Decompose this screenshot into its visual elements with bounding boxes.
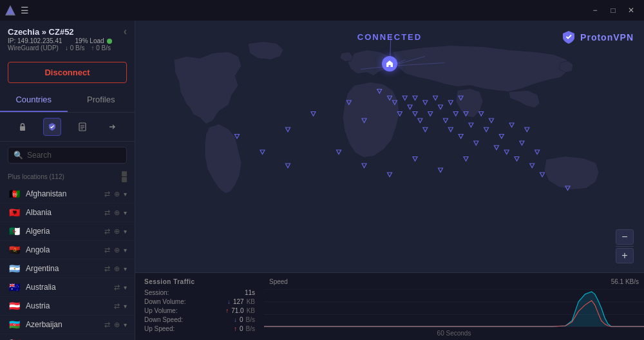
protocol-label: WireGuard (UDP) (8, 44, 59, 52)
svg-marker-59 (464, 157, 468, 162)
svg-marker-36 (479, 112, 484, 117)
zoom-controls: − + (616, 229, 634, 263)
tab-profiles[interactable]: Profiles (68, 88, 135, 112)
country-item[interactable]: 🇧🇭 Bahrain ⇄ ⊕ ▾ (0, 334, 135, 340)
session-time-row: Session: 11s (144, 289, 255, 296)
country-item[interactable]: 🇩🇿 Algeria ⇄ ⊕ ▾ (0, 222, 135, 241)
collapse-arrow-icon[interactable]: ‹ (124, 26, 127, 37)
country-flag-icon: 🇦🇫 (8, 189, 21, 198)
svg-marker-19 (413, 112, 417, 117)
svg-marker-24 (428, 112, 433, 117)
svg-marker-26 (439, 105, 443, 109)
session-time-value: 11s (245, 289, 255, 296)
country-name: Austria (26, 301, 114, 310)
country-item[interactable]: 🇦🇿 Azerbaijan ⇄ ⊕ ▾ (0, 316, 135, 334)
filter-lock-icon[interactable] (14, 118, 32, 136)
connection-point (382, 56, 397, 71)
ip-address: IP: 149.102.235.41 (8, 37, 62, 44)
filter-icons (0, 113, 135, 142)
expand-icon[interactable]: ▾ (124, 321, 127, 328)
country-item[interactable]: 🇦🇹 Austria ⇄ ▾ (0, 297, 135, 316)
connect-icon[interactable]: ⇄ (104, 209, 110, 217)
search-input[interactable] (27, 151, 121, 160)
svg-marker-56 (388, 173, 392, 177)
speed-max-value: 56.1 KB/s (611, 278, 639, 285)
globe-icon[interactable]: ⊕ (114, 227, 120, 236)
main-layout: Czechia » CZ#52 ‹ IP: 149.102.235.41 19%… (0, 21, 644, 340)
globe-icon[interactable]: ⊕ (114, 209, 120, 217)
country-name: Argentina (26, 264, 104, 273)
country-actions: ⇄ ⊕ ▾ (104, 265, 127, 273)
country-name: Azerbaijan (26, 320, 104, 329)
country-item[interactable]: 🇦🇺 Australia ⇄ ▾ (0, 278, 135, 297)
speed-graph-svg (264, 289, 644, 327)
filter-shield-icon[interactable] (43, 118, 61, 136)
connect-icon[interactable]: ⇄ (104, 190, 110, 198)
country-name: Albania (26, 208, 104, 217)
search-icon: 🔍 (14, 151, 23, 160)
connect-icon[interactable]: ⇄ (104, 246, 110, 254)
country-item[interactable]: 🇦🇱 Albania ⇄ ⊕ ▾ (0, 203, 135, 222)
country-flag-icon: 🇦🇹 (8, 301, 21, 310)
connect-icon[interactable]: ⇄ (104, 265, 110, 273)
scroll-down-icon[interactable] (122, 177, 127, 182)
up-volume-label: Up Volume: (144, 307, 178, 314)
svg-marker-43 (515, 157, 519, 162)
svg-marker-17 (402, 96, 407, 100)
main-tabs: Countries Profiles (0, 88, 135, 113)
svg-marker-42 (509, 123, 514, 128)
proton-shield-icon (561, 30, 576, 45)
disconnect-button[interactable]: Disconnect (8, 62, 127, 83)
expand-icon[interactable]: ▾ (124, 284, 127, 291)
zoom-out-button[interactable]: − (616, 229, 634, 245)
svg-marker-23 (423, 128, 428, 132)
expand-icon[interactable]: ▾ (124, 228, 127, 235)
filter-arrow-icon[interactable] (103, 118, 121, 136)
expand-icon[interactable]: ▾ (124, 265, 127, 272)
filter-page-icon[interactable] (73, 118, 91, 136)
svg-marker-20 (413, 96, 417, 100)
plus-locations-header: Plus locations (112) (0, 169, 135, 185)
svg-marker-35 (474, 141, 478, 146)
globe-icon[interactable]: ⊕ (114, 265, 120, 273)
tab-countries[interactable]: Countries (0, 88, 68, 112)
globe-icon[interactable]: ⊕ (114, 321, 120, 329)
connect-icon[interactable]: ⇄ (114, 302, 120, 310)
zoom-in-button[interactable]: + (616, 248, 634, 263)
expand-icon[interactable]: ▾ (124, 247, 127, 254)
country-actions: ⇄ ▾ (114, 283, 127, 292)
svg-rect-1 (20, 126, 25, 131)
svg-marker-21 (418, 118, 422, 123)
expand-icon[interactable]: ▾ (124, 303, 127, 310)
globe-icon[interactable]: ⊕ (114, 246, 120, 254)
down-speed-row: Down Speed: ↓ 0 B/s (144, 316, 255, 323)
load-value: 19% Load (75, 37, 104, 44)
speed-time-label: 60 Seconds (437, 330, 471, 337)
connected-label: CONNECTED (357, 32, 422, 42)
country-item[interactable]: 🇦🇷 Argentina ⇄ ⊕ ▾ (0, 260, 135, 278)
connect-icon[interactable]: ⇄ (104, 227, 110, 236)
expand-icon[interactable]: ▾ (124, 209, 127, 216)
down-speed: ↓ 0 B/s (65, 44, 85, 52)
hamburger-icon[interactable]: ☰ (21, 5, 29, 15)
country-list: 🇦🇫 Afghanistan ⇄ ⊕ ▾ 🇦🇱 Albania ⇄ ⊕ ▾ 🇩🇿… (0, 185, 135, 340)
window-controls: − □ ✕ (587, 4, 639, 17)
svg-marker-48 (540, 173, 545, 177)
country-item[interactable]: 🇦🇴 Angola ⇄ ⊕ ▾ (0, 241, 135, 260)
svg-marker-52 (260, 150, 265, 155)
globe-icon[interactable]: ⊕ (114, 190, 120, 198)
svg-marker-22 (423, 100, 428, 105)
country-item[interactable]: 🇦🇫 Afghanistan ⇄ ⊕ ▾ (0, 185, 135, 203)
scroll-up-icon[interactable] (122, 171, 127, 176)
connect-icon[interactable]: ⇄ (104, 321, 110, 329)
maximize-button[interactable]: □ (605, 4, 621, 17)
minimize-button[interactable]: − (587, 4, 603, 17)
svg-marker-58 (439, 168, 443, 173)
svg-marker-53 (286, 164, 290, 168)
close-button[interactable]: ✕ (623, 4, 639, 17)
graph-canvas (264, 289, 644, 327)
connection-speed: WireGuard (UDP) ↓ 0 B/s ↑ 0 B/s (8, 44, 127, 52)
connect-icon[interactable]: ⇄ (114, 283, 120, 292)
svg-marker-29 (448, 128, 453, 132)
expand-icon[interactable]: ▾ (124, 191, 127, 198)
